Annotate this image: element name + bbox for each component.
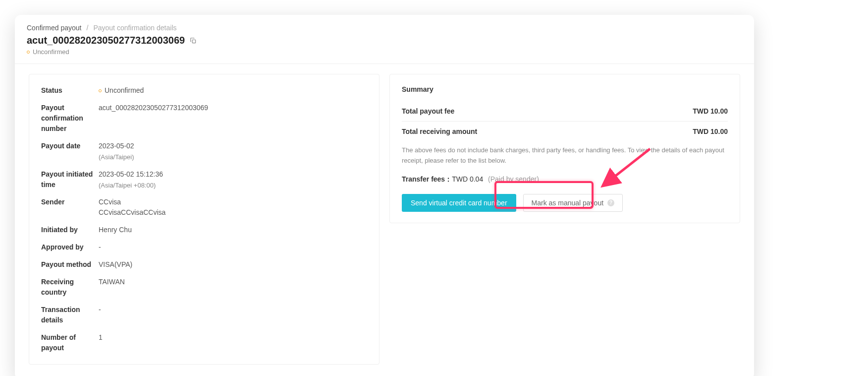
page-title-row: acut_000282023050277312003069 bbox=[27, 35, 742, 46]
breadcrumb-separator: / bbox=[87, 24, 89, 32]
approved-by-value: - bbox=[99, 242, 101, 252]
status-label: Status bbox=[41, 85, 99, 96]
sender-value: CCvisa CCvisaCCvisaCCvisa bbox=[99, 197, 165, 218]
summary-note: The above fees do not include bank charg… bbox=[402, 145, 728, 166]
mark-manual-label: Mark as manual payout bbox=[532, 199, 604, 207]
confirmation-number-label: Payout confirmation number bbox=[41, 103, 99, 134]
initiated-by-value: Henry Chu bbox=[99, 225, 132, 235]
total-payout-fee-row: Total payout fee TWD 10.00 bbox=[402, 101, 728, 122]
svg-rect-0 bbox=[192, 40, 195, 43]
transfer-fees-paid: (Paid by sender) bbox=[488, 175, 539, 183]
help-icon: ? bbox=[607, 199, 614, 206]
details-panel: Status Unconfirmed Payout confirmation n… bbox=[29, 74, 380, 365]
number-of-payout-label: Number of payout bbox=[41, 332, 99, 353]
sender-line2: CCvisaCCvisaCCvisa bbox=[99, 207, 165, 218]
button-row: Send virtual credit card number Mark as … bbox=[402, 194, 728, 212]
initiated-time-value: 2023-05-02 15:12:36 (Asia/Taipei +08:00) bbox=[99, 169, 163, 190]
total-receiving-row: Total receiving amount TWD 10.00 bbox=[402, 122, 728, 141]
main-container: Confirmed payout / Payout confirmation d… bbox=[15, 15, 754, 376]
breadcrumb-parent[interactable]: Confirmed payout bbox=[27, 24, 82, 32]
total-receiving-label: Total receiving amount bbox=[402, 127, 477, 135]
sender-label: Sender bbox=[41, 197, 99, 207]
total-payout-fee-label: Total payout fee bbox=[402, 107, 454, 115]
summary-title: Summary bbox=[402, 85, 728, 93]
send-virtual-card-button[interactable]: Send virtual credit card number bbox=[402, 194, 516, 212]
confirmation-number-value: acut_000282023050277312003069 bbox=[99, 103, 208, 113]
number-of-payout-value: 1 bbox=[99, 332, 103, 343]
status-value: Unconfirmed bbox=[99, 85, 144, 96]
page-title: acut_000282023050277312003069 bbox=[27, 35, 185, 46]
sender-line1: CCvisa bbox=[99, 197, 165, 207]
initiated-time-label: Payout initiated time bbox=[41, 169, 99, 190]
payout-date-value: 2023-05-02 (Asia/Taipei) bbox=[99, 141, 134, 162]
status-badge: Unconfirmed bbox=[27, 48, 742, 56]
transaction-details-value: - bbox=[99, 305, 101, 315]
copy-icon[interactable] bbox=[190, 37, 197, 44]
payout-date-main: 2023-05-02 bbox=[99, 141, 134, 151]
transfer-fees-row: Transfer fees：TWD 0.04 (Paid by sender) bbox=[402, 175, 728, 184]
header-section: Confirmed payout / Payout confirmation d… bbox=[15, 15, 754, 64]
receiving-country-label: Receiving country bbox=[41, 277, 99, 298]
receiving-country-value: TAIWAN bbox=[99, 277, 125, 287]
summary-panel: Summary Total payout fee TWD 10.00 Total… bbox=[389, 74, 740, 223]
payout-method-label: Payout method bbox=[41, 259, 99, 270]
transfer-fees-label: Transfer fees： bbox=[402, 175, 452, 183]
initiated-time-tz: (Asia/Taipei +08:00) bbox=[99, 181, 163, 190]
initiated-time-main: 2023-05-02 15:12:36 bbox=[99, 169, 163, 180]
transaction-details-label: Transaction details bbox=[41, 305, 99, 325]
status-dot-icon bbox=[27, 51, 30, 54]
breadcrumb-current: Payout confirmation details bbox=[93, 24, 176, 32]
status-value-text: Unconfirmed bbox=[105, 85, 144, 96]
approved-by-label: Approved by bbox=[41, 242, 99, 252]
payout-method-value: VISA(VPA) bbox=[99, 259, 132, 270]
total-payout-fee-value: TWD 10.00 bbox=[693, 107, 728, 115]
status-text: Unconfirmed bbox=[33, 48, 69, 56]
breadcrumb: Confirmed payout / Payout confirmation d… bbox=[27, 24, 742, 32]
mark-manual-payout-button[interactable]: Mark as manual payout ? bbox=[523, 194, 623, 212]
content-wrapper: Status Unconfirmed Payout confirmation n… bbox=[15, 64, 754, 376]
payout-date-tz: (Asia/Taipei) bbox=[99, 152, 134, 162]
total-receiving-value: TWD 10.00 bbox=[693, 127, 728, 135]
status-dot-icon bbox=[99, 89, 102, 92]
initiated-by-label: Initiated by bbox=[41, 225, 99, 235]
payout-date-label: Payout date bbox=[41, 141, 99, 151]
transfer-fees-value: TWD 0.04 bbox=[452, 175, 483, 183]
